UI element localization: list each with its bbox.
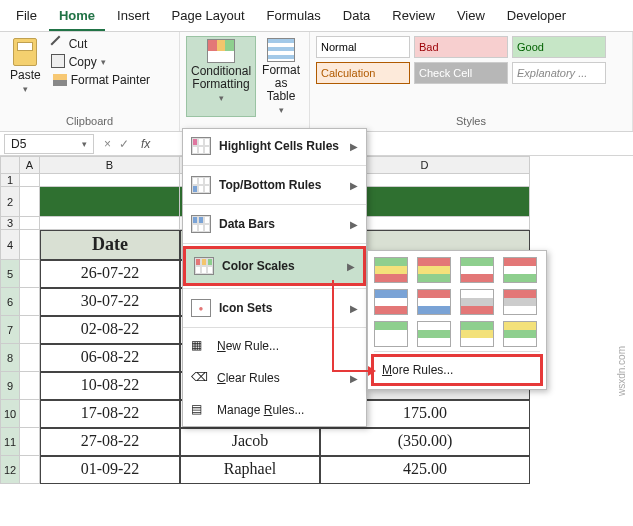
ribbon: Paste ▾ Cut Copy▾ Format Painter Clipboa… <box>0 32 633 132</box>
menu-data-bars[interactable]: Data Bars▶ <box>183 207 366 241</box>
chevron-right-icon: ▶ <box>350 141 358 152</box>
color-scale-option[interactable] <box>374 321 408 347</box>
menu-clear-rules[interactable]: ⌫ Clear Rules▶ <box>183 362 366 394</box>
chevron-down-icon: ▾ <box>219 93 224 103</box>
copy-icon <box>53 56 65 68</box>
row-header[interactable]: 11 <box>0 428 20 456</box>
color-scale-option[interactable] <box>374 289 408 315</box>
cut-button[interactable]: Cut <box>51 36 152 52</box>
conditional-formatting-button[interactable]: Conditional Formatting ▾ <box>186 36 256 117</box>
cell-style-bad[interactable]: Bad <box>414 36 508 58</box>
color-scale-option[interactable] <box>460 257 494 283</box>
row-header[interactable]: 3 <box>0 217 20 230</box>
cell-style-calculation[interactable]: Calculation <box>316 62 410 84</box>
col-header-a[interactable]: A <box>20 156 40 174</box>
name-box[interactable]: D5▾ <box>4 134 94 154</box>
top-bottom-icon <box>191 176 211 194</box>
group-styles-label: Styles <box>316 113 626 129</box>
row-header[interactable]: 6 <box>0 288 20 316</box>
tab-review[interactable]: Review <box>382 4 445 31</box>
color-scale-option[interactable] <box>460 289 494 315</box>
row-header[interactable]: 1 <box>0 174 20 187</box>
chevron-right-icon: ▶ <box>350 303 358 314</box>
manage-rules-icon: ▤ <box>191 402 209 418</box>
menu-more-rules[interactable]: More Rules... <box>371 354 543 386</box>
color-scale-option[interactable] <box>417 321 451 347</box>
cell-style-normal[interactable]: Normal <box>316 36 410 58</box>
cell-style-explanatory[interactable]: Explanatory ... <box>512 62 606 84</box>
group-clipboard-label: Clipboard <box>6 113 173 129</box>
col-header-b[interactable]: B <box>40 156 180 174</box>
paste-label: Paste <box>10 68 41 82</box>
row-header[interactable]: 12 <box>0 456 20 484</box>
tab-file[interactable]: File <box>6 4 47 31</box>
watermark: wsxdn.com <box>616 346 627 396</box>
row-header[interactable]: 7 <box>0 316 20 344</box>
menu-new-rule[interactable]: ▦ New Rule... <box>183 330 366 362</box>
scissors-icon <box>50 36 67 53</box>
tab-page-layout[interactable]: Page Layout <box>162 4 255 31</box>
select-all-corner[interactable] <box>0 156 20 174</box>
chevron-down-icon: ▾ <box>23 84 28 94</box>
row-header[interactable]: 10 <box>0 400 20 428</box>
tab-insert[interactable]: Insert <box>107 4 160 31</box>
copy-button[interactable]: Copy▾ <box>51 54 152 70</box>
tab-data[interactable]: Data <box>333 4 380 31</box>
color-scale-option[interactable] <box>417 257 451 283</box>
icon-sets-icon <box>191 299 211 317</box>
format-as-table-button[interactable]: Format as Table ▾ <box>258 36 304 117</box>
color-scale-option[interactable] <box>374 257 408 283</box>
conditional-formatting-menu: Highlight Cells Rules▶ Top/Bottom Rules▶… <box>182 128 367 427</box>
chevron-right-icon: ▶ <box>350 180 358 191</box>
cell-style-check-cell[interactable]: Check Cell <box>414 62 508 84</box>
chevron-down-icon: ▾ <box>279 105 284 115</box>
tab-home[interactable]: Home <box>49 4 105 31</box>
tab-view[interactable]: View <box>447 4 495 31</box>
highlight-rules-icon <box>191 137 211 155</box>
row-header[interactable]: 5 <box>0 260 20 288</box>
chevron-right-icon: ▶ <box>350 373 358 384</box>
color-scales-icon <box>194 257 214 275</box>
row-header[interactable]: 8 <box>0 344 20 372</box>
color-scale-option[interactable] <box>417 289 451 315</box>
cancel-formula-button[interactable]: × <box>104 137 111 151</box>
paste-button[interactable]: Paste ▾ <box>6 36 45 96</box>
color-scales-submenu: More Rules... <box>367 250 547 390</box>
row-header[interactable]: 4 <box>0 230 20 260</box>
enter-formula-button[interactable]: ✓ <box>119 137 129 151</box>
data-bars-icon <box>191 215 211 233</box>
color-scale-option[interactable] <box>503 257 537 283</box>
menu-manage-rules[interactable]: ▤ Manage Rules... <box>183 394 366 426</box>
color-scale-option[interactable] <box>460 321 494 347</box>
tab-developer[interactable]: Developer <box>497 4 576 31</box>
color-scale-option[interactable] <box>503 289 537 315</box>
menu-highlight-cells-rules[interactable]: Highlight Cells Rules▶ <box>183 129 366 163</box>
annotation-arrow <box>332 370 374 372</box>
tab-formulas[interactable]: Formulas <box>257 4 331 31</box>
row-header[interactable]: 9 <box>0 372 20 400</box>
format-painter-button[interactable]: Format Painter <box>51 72 152 88</box>
row-header[interactable]: 2 <box>0 187 20 217</box>
menu-color-scales[interactable]: Color Scales▶ <box>183 246 366 286</box>
cell-style-good[interactable]: Good <box>512 36 606 58</box>
table-icon <box>267 38 295 62</box>
color-scale-option[interactable] <box>503 321 537 347</box>
chevron-right-icon: ▶ <box>350 219 358 230</box>
fx-button[interactable]: fx <box>135 137 156 151</box>
menu-icon-sets[interactable]: Icon Sets▶ <box>183 291 366 325</box>
ribbon-tabs: File Home Insert Page Layout Formulas Da… <box>0 0 633 32</box>
annotation-arrow <box>332 280 334 370</box>
clear-rules-icon: ⌫ <box>191 370 209 386</box>
menu-top-bottom-rules[interactable]: Top/Bottom Rules▶ <box>183 168 366 202</box>
chevron-down-icon: ▾ <box>82 139 87 149</box>
paintbrush-icon <box>53 74 67 86</box>
conditional-formatting-icon <box>207 39 235 63</box>
new-rule-icon: ▦ <box>191 338 209 354</box>
paste-icon <box>13 38 37 66</box>
chevron-right-icon: ▶ <box>347 261 355 272</box>
